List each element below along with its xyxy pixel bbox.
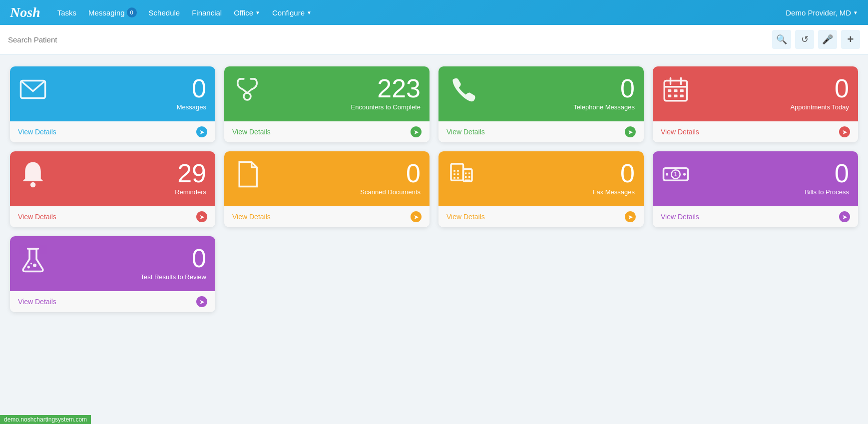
card-stats-telephone: 0 Telephone Messages [573, 75, 635, 111]
card-fax: 0 Fax Messages View Details ➤ [438, 151, 644, 227]
svg-rect-12 [674, 95, 678, 97]
card-bottom-bills[interactable]: View Details ➤ [653, 206, 858, 227]
nav-schedule-label: Schedule [149, 8, 180, 17]
svg-rect-18 [457, 170, 459, 172]
card-test-results: 0 Test Results to Review View Details ➤ [10, 236, 215, 312]
view-details-arrow-encounters: ➤ [411, 126, 422, 137]
card-stats-encounters: 223 Encounters to Complete [351, 75, 421, 111]
view-details-link-telephone[interactable]: View Details [446, 128, 485, 136]
navbar: Nosh Tasks Messaging 0 Schedule Financia… [0, 0, 868, 25]
card-top-bills: 1 0 Bills to Process [653, 151, 858, 206]
search-input[interactable] [8, 35, 768, 44]
svg-rect-21 [453, 177, 455, 179]
card-bottom-telephone[interactable]: View Details ➤ [438, 121, 644, 142]
card-count-fax: 0 [592, 160, 635, 186]
svg-rect-27 [465, 180, 470, 182]
brand-logo[interactable]: Nosh [10, 4, 40, 20]
card-count-appointments: 0 [790, 75, 849, 101]
nav-office[interactable]: Office ▼ [234, 8, 260, 17]
card-top-appointments: 0 Appointments Today [653, 66, 858, 121]
card-count-bills: 0 [805, 160, 849, 186]
card-stats-scanned: 0 Scanned Documents [360, 160, 421, 196]
card-bottom-scanned[interactable]: View Details ➤ [224, 206, 430, 227]
svg-rect-13 [680, 95, 684, 97]
view-details-link-appointments[interactable]: View Details [661, 128, 699, 136]
card-label-fax: Fax Messages [592, 188, 635, 196]
card-stats-bills: 0 Bills to Process [805, 160, 849, 196]
card-label-appointments: Appointments Today [790, 103, 849, 111]
add-button[interactable]: + [841, 30, 860, 49]
configure-dropdown-arrow: ▼ [307, 10, 312, 15]
stethoscope-icon [233, 75, 261, 107]
card-top-fax: 0 Fax Messages [438, 151, 644, 206]
nav-tasks[interactable]: Tasks [57, 8, 76, 17]
nav-schedule[interactable]: Schedule [149, 8, 180, 17]
svg-point-36 [30, 263, 32, 265]
view-details-link-reminders[interactable]: View Details [18, 213, 56, 221]
svg-rect-22 [457, 177, 459, 179]
view-details-link-encounters[interactable]: View Details [232, 128, 271, 136]
messaging-badge: 0 [127, 7, 137, 17]
nav-financial[interactable]: Financial [192, 8, 222, 17]
card-stats-test-results: 0 Test Results to Review [141, 245, 207, 281]
user-name: Demo Provider, MD [786, 8, 851, 17]
card-top-messages: 0 Messages [10, 66, 215, 121]
nav-office-label: Office [234, 8, 253, 17]
card-bottom-fax[interactable]: View Details ➤ [438, 206, 644, 227]
svg-rect-10 [680, 89, 684, 92]
view-details-link-test-results[interactable]: View Details [18, 298, 56, 306]
card-bottom-appointments[interactable]: View Details ➤ [653, 121, 858, 142]
bell-icon [19, 160, 47, 192]
view-details-link-scanned[interactable]: View Details [232, 213, 271, 221]
card-count-encounters: 223 [351, 75, 421, 101]
svg-point-14 [30, 182, 36, 188]
card-bottom-reminders[interactable]: View Details ➤ [10, 206, 215, 227]
card-stats-messages: 0 Messages [177, 75, 206, 111]
nav-messaging-label: Messaging [88, 8, 125, 17]
user-menu[interactable]: Demo Provider, MD ▼ [786, 8, 858, 17]
svg-rect-19 [453, 173, 455, 175]
card-bottom-encounters[interactable]: View Details ➤ [224, 121, 430, 142]
card-encounters: 223 Encounters to Complete View Details … [224, 66, 430, 142]
svg-text:1: 1 [674, 171, 678, 178]
main-content: 0 Messages View Details ➤ 223 Encounters… [0, 54, 868, 324]
card-stats-reminders: 29 Reminders [175, 160, 206, 196]
svg-rect-9 [674, 89, 678, 92]
svg-point-35 [33, 264, 36, 267]
view-details-arrow-messages: ➤ [196, 126, 207, 137]
svg-rect-20 [457, 173, 459, 175]
card-telephone: 0 Telephone Messages View Details ➤ [438, 66, 644, 142]
card-count-telephone: 0 [573, 75, 635, 101]
history-button[interactable]: ↺ [795, 30, 814, 49]
envelope-icon [19, 75, 47, 107]
view-details-link-messages[interactable]: View Details [18, 128, 56, 136]
nav-configure[interactable]: Configure ▼ [272, 8, 312, 17]
card-messages: 0 Messages View Details ➤ [10, 66, 215, 142]
card-bottom-messages[interactable]: View Details ➤ [10, 121, 215, 142]
cards-grid: 0 Messages View Details ➤ 223 Encounters… [10, 66, 858, 312]
fax-icon [447, 160, 475, 192]
nav-tasks-label: Tasks [57, 8, 76, 17]
svg-rect-23 [465, 173, 467, 175]
view-details-link-bills[interactable]: View Details [661, 213, 699, 221]
search-bar: 🔍 ↺ 🎤 + [0, 25, 868, 54]
search-button[interactable]: 🔍 [772, 30, 791, 49]
card-appointments: 0 Appointments Today View Details ➤ [653, 66, 858, 142]
svg-rect-17 [453, 170, 455, 172]
document-icon [233, 160, 261, 192]
card-bottom-test-results[interactable]: View Details ➤ [10, 291, 215, 312]
card-stats-fax: 0 Fax Messages [592, 160, 635, 196]
nav-messaging[interactable]: Messaging 0 [88, 7, 137, 17]
view-details-link-fax[interactable]: View Details [446, 213, 485, 221]
svg-point-34 [27, 266, 30, 268]
phone-icon [447, 75, 475, 107]
flask-icon [19, 245, 47, 277]
microphone-button[interactable]: 🎤 [818, 30, 837, 49]
card-label-telephone: Telephone Messages [573, 103, 635, 111]
svg-rect-26 [468, 176, 470, 178]
card-top-reminders: 29 Reminders [10, 151, 215, 206]
card-label-bills: Bills to Process [805, 188, 849, 196]
view-details-arrow-test-results: ➤ [196, 296, 207, 307]
card-stats-appointments: 0 Appointments Today [790, 75, 849, 111]
svg-point-31 [666, 173, 668, 175]
